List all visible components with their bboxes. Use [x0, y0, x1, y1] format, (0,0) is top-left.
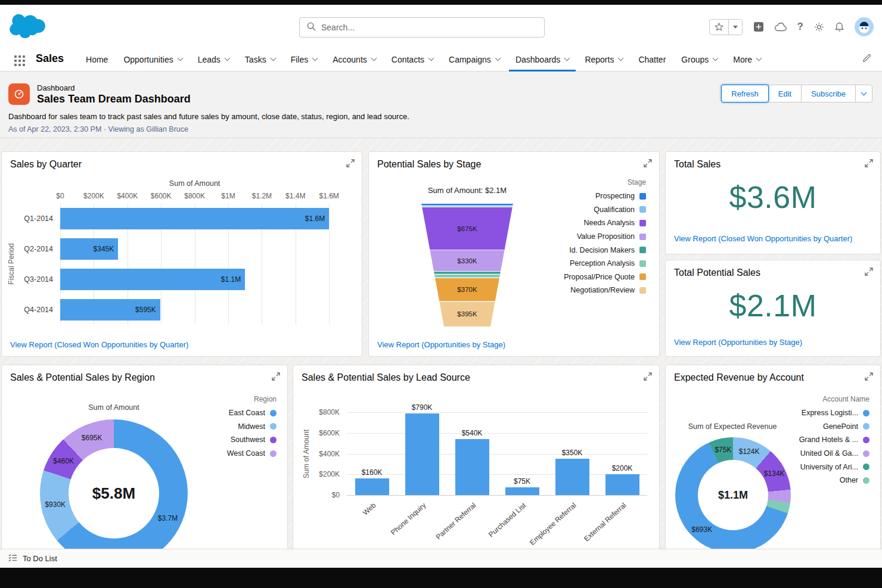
funnel-value-label: $395K	[421, 310, 513, 318]
bar[interactable]	[555, 459, 589, 495]
bar-chart-sales-by-quarter: Sum of Amount$0$200K$400K$600K$800K$1M$1…	[2, 152, 362, 356]
funnel-value-label: $675K	[421, 225, 513, 232]
funnel-segment[interactable]: $395K	[421, 301, 513, 326]
tab-label: Dashboards	[515, 55, 561, 64]
funnel-segment[interactable]	[421, 271, 513, 274]
bar-value-label: $1.6M	[305, 214, 325, 223]
widget-potential-sales-by-stage: Potential Sales by Stage Sum of Amount: …	[368, 151, 660, 357]
legend-item-label: East Coast	[229, 409, 265, 417]
legend-item-label: Grand Hotels & ...	[799, 435, 858, 444]
tab-more[interactable]: More	[725, 48, 769, 71]
favorites-caret-icon[interactable]	[729, 20, 742, 35]
legend-swatch	[639, 287, 646, 294]
favorites-star-icon[interactable]	[710, 20, 729, 35]
notifications-bell-icon[interactable]	[835, 22, 844, 32]
funnel-segment[interactable]: $330K	[421, 250, 513, 270]
subscribe-button[interactable]: Subscribe	[801, 85, 856, 102]
slice-value-label: $693K	[692, 525, 713, 534]
todo-list-bar[interactable]: To Do List	[0, 549, 882, 568]
tick-label: $1.4M	[285, 192, 305, 200]
legend-title: Stage	[628, 178, 646, 186]
global-actions-plus-icon[interactable]	[753, 21, 764, 32]
tab-groups[interactable]: Groups	[673, 48, 725, 71]
bar[interactable]: $1.6M	[60, 208, 329, 229]
edit-button[interactable]: Edit	[768, 85, 802, 102]
tab-contacts[interactable]: Contacts	[384, 48, 441, 71]
funnel-segment[interactable]	[421, 274, 513, 278]
expand-icon[interactable]	[865, 267, 873, 278]
refresh-button[interactable]: Refresh	[721, 85, 769, 102]
user-avatar[interactable]	[855, 17, 874, 36]
legend-item: Prospecting	[595, 189, 646, 203]
legend-items: ProspectingQualificationNeeds AnalysisVa…	[564, 189, 646, 297]
tab-tasks[interactable]: Tasks	[237, 48, 283, 71]
more-actions-caret-button[interactable]	[855, 85, 872, 102]
chevron-down-icon	[270, 55, 276, 61]
legend-swatch	[639, 206, 646, 213]
view-report-link[interactable]: View Report (Opportunities by Stage)	[674, 338, 802, 347]
help-icon[interactable]: ?	[797, 21, 803, 33]
guidance-cloud-icon[interactable]	[775, 23, 787, 32]
bar[interactable]	[505, 487, 539, 495]
nav-tabs: HomeOpportunitiesLeadsTasksFilesAccounts…	[78, 48, 769, 71]
expand-icon[interactable]	[865, 159, 873, 169]
legend-item: Other	[840, 474, 869, 487]
legend-item-label: Other	[840, 476, 858, 484]
legend-swatch	[863, 423, 869, 430]
widget-expected-revenue: Expected Revenue by Account Sum of Expec…	[665, 365, 881, 549]
bar[interactable]: $345K	[60, 238, 118, 260]
widget-total-potential-sales: Total Potential Sales $2.1M View Report …	[665, 260, 881, 357]
widget-sales-by-region: Sales & Potential Sales by Region Sum of…	[1, 365, 288, 549]
legend-item-label: University of Ari...	[800, 463, 858, 471]
tick-label: $400K	[117, 192, 138, 200]
bar[interactable]	[355, 478, 389, 495]
legend-items: East CoastMidwestSouthwestWest Coast	[227, 406, 277, 460]
bar-value-label: $540K	[462, 429, 483, 437]
funnel-segment[interactable]: $675K	[421, 207, 513, 250]
search-input[interactable]	[321, 23, 537, 32]
bar[interactable]	[605, 474, 639, 495]
bar[interactable]	[455, 439, 489, 495]
tab-dashboards[interactable]: Dashboards	[508, 48, 577, 71]
donut-center-value: $5.8M	[92, 484, 135, 503]
favorites-button-group	[709, 19, 743, 35]
dashboard-action-buttons: Refresh Edit Subscribe	[721, 85, 872, 102]
view-report-link[interactable]: View Report (Closed Won Opportunities by…	[10, 340, 188, 349]
legend-item: Proposal/Price Quote	[564, 270, 646, 284]
view-report-link[interactable]: View Report (Opportunities by Stage)	[377, 340, 505, 349]
tick-label: $1.2M	[252, 192, 272, 200]
tab-label: Contacts	[392, 55, 424, 64]
view-report-link[interactable]: View Report (Closed Won Opportunities by…	[674, 234, 852, 243]
tab-chatter[interactable]: Chatter	[631, 48, 673, 71]
app-launcher-icon[interactable]	[14, 55, 25, 66]
global-search	[299, 17, 545, 38]
funnel-segment[interactable]	[421, 203, 513, 206]
dashboard-description: Dashboard for sales team to track past s…	[8, 112, 409, 121]
edit-nav-pencil-icon[interactable]	[862, 54, 871, 63]
tab-leads[interactable]: Leads	[190, 48, 237, 71]
legend-item-label: West Coast	[227, 449, 265, 458]
tick-label: $0	[293, 491, 340, 499]
legend-item: Negotiation/Review	[570, 284, 646, 297]
slice-value-label: $930K	[45, 500, 66, 509]
bar[interactable]	[405, 413, 439, 495]
tab-files[interactable]: Files	[283, 48, 325, 71]
tab-reports[interactable]: Reports	[577, 48, 631, 71]
legend-item-label: Value Proposition	[577, 232, 635, 241]
tab-label: Campaigns	[449, 55, 491, 64]
legend-item-label: Prospecting	[595, 192, 635, 200]
bar-value-label: $200K	[612, 464, 633, 472]
tab-opportunities[interactable]: Opportunities	[116, 48, 190, 71]
tab-label: Leads	[198, 55, 220, 64]
setup-gear-icon[interactable]	[814, 22, 824, 32]
tab-accounts[interactable]: Accounts	[325, 48, 384, 71]
bar[interactable]: $1.1M	[60, 269, 245, 290]
tab-home[interactable]: Home	[78, 48, 116, 71]
tab-campaigns[interactable]: Campaigns	[441, 48, 508, 71]
legend-swatch	[639, 193, 646, 200]
slice-value-label: $134K	[764, 469, 785, 478]
funnel-segment[interactable]	[421, 206, 513, 207]
bar[interactable]: $595K	[60, 299, 160, 321]
funnel-segment[interactable]: $370K	[421, 278, 513, 301]
legend-swatch	[863, 437, 869, 443]
